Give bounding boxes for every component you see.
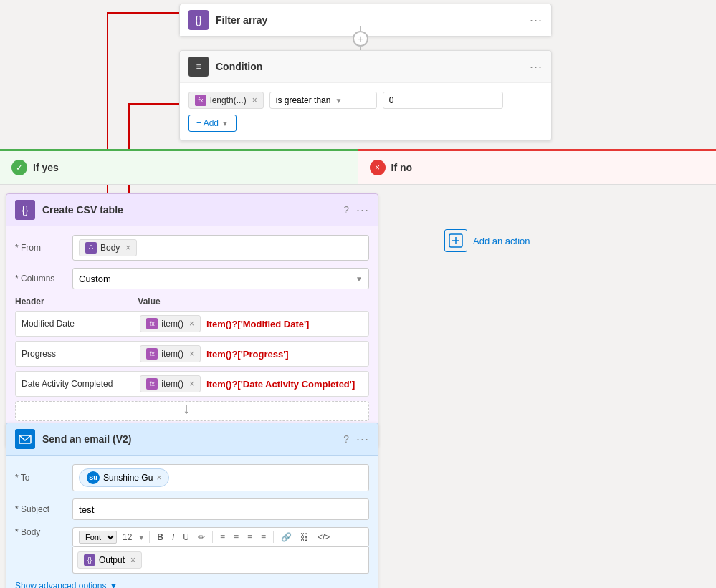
row2-header: Progress	[22, 349, 133, 359]
output-chip-label: Output	[99, 555, 125, 565]
row3-value: fx item() × item()?['Date Activity Compl…	[140, 375, 363, 392]
columns-label: * Columns	[15, 274, 65, 284]
send-email-title: Send an email (V2)	[42, 433, 336, 445]
to-field: Su Sunshine Gu ×	[72, 464, 369, 491]
if-yes-icon: ✓	[11, 160, 27, 175]
row1-annotation: item()?['Modified Date']	[206, 319, 309, 329]
body-chip-icon: {}	[85, 242, 97, 254]
condition-value-input[interactable]	[383, 92, 503, 109]
from-field: {} Body ×	[72, 235, 369, 261]
add-action-icon	[444, 229, 467, 252]
filter-array-menu[interactable]: ···	[530, 13, 543, 28]
row3-header: Date Activity Completed	[22, 379, 133, 389]
add-condition-button[interactable]: + Add ▼	[188, 115, 237, 132]
row2-value: fx item() × item()?['Progress']	[140, 345, 363, 362]
send-email-block: Send an email (V2) ? ··· * To Su Sunshin…	[6, 423, 378, 588]
separator3	[273, 531, 274, 543]
chain-button[interactable]: ⛓	[297, 531, 312, 544]
row3-chip-icon: fx	[146, 378, 158, 390]
row1-chip-icon: fx	[146, 318, 158, 329]
send-email-help[interactable]: ?	[343, 433, 349, 445]
row3-annotation: item()?['Date Activity Completed']	[206, 379, 355, 390]
show-options-chevron: ▼	[109, 581, 118, 588]
subject-label: * Subject	[15, 504, 65, 514]
length-chip-close[interactable]: ×	[252, 95, 257, 105]
filter-array-icon: {}	[188, 10, 209, 30]
row2-chip[interactable]: fx item() ×	[140, 345, 201, 362]
row3-chip[interactable]: fx item() ×	[140, 375, 201, 392]
code-button[interactable]: </>	[315, 531, 333, 544]
to-label: * To	[15, 473, 65, 483]
add-action-label: Add an action	[473, 236, 530, 246]
show-options-link[interactable]: Show advanced options ▼	[15, 581, 369, 588]
if-row: ✓ If yes × If no	[0, 149, 716, 185]
output-chip-icon: {}	[84, 554, 95, 566]
to-close[interactable]: ×	[156, 473, 161, 483]
if-no-label: If no	[391, 162, 413, 173]
font-size-select[interactable]: 12	[120, 531, 135, 544]
to-chip[interactable]: Su Sunshine Gu ×	[79, 468, 169, 487]
length-chip[interactable]: fx length(...) ×	[188, 92, 264, 109]
body-chip-close[interactable]: ×	[125, 243, 130, 253]
send-email-icon	[15, 429, 35, 449]
from-label: * From	[15, 243, 65, 253]
value-col-label: Value	[138, 297, 369, 307]
add-condition-label: + Add	[196, 118, 219, 128]
row2-chip-close[interactable]: ×	[189, 349, 194, 359]
create-csv-block: {} Create CSV table ? ··· * From {} Body…	[6, 193, 378, 448]
body-label: * Body	[15, 527, 65, 537]
bold-button[interactable]: B	[154, 531, 166, 544]
table-row: Progress fx item() × item()?['Progress']	[15, 341, 369, 367]
columns-dropdown[interactable]: Custom ▼	[72, 268, 369, 289]
create-csv-icon: {}	[15, 200, 35, 220]
body-toolbar: Font 12 ▼ B I U ✏ ≡ ≡ ≡ ≡	[72, 527, 369, 547]
to-avatar: Su	[87, 471, 100, 484]
separator1	[149, 531, 150, 543]
add-step-button[interactable]: +	[353, 31, 368, 47]
row2-chip-icon: fx	[146, 348, 158, 360]
row3-chip-close[interactable]: ×	[189, 379, 194, 389]
subject-input[interactable]	[72, 498, 369, 520]
show-options-label: Show advanced options	[15, 581, 106, 588]
operator-chevron: ▼	[335, 97, 342, 105]
create-csv-menu[interactable]: ···	[356, 203, 369, 218]
if-yes-label: If yes	[33, 162, 59, 173]
if-no-icon: ×	[370, 160, 386, 175]
table-row: Date Activity Completed fx item() × item…	[15, 371, 369, 397]
align-center-button[interactable]: ≡	[258, 531, 269, 544]
underline-button[interactable]: U	[180, 531, 192, 544]
body-chip[interactable]: {} Body ×	[79, 239, 137, 256]
font-size-dropdown[interactable]: ▼	[138, 534, 145, 541]
condition-title: Condition	[216, 61, 522, 72]
align-left-button[interactable]: ≡	[244, 531, 255, 544]
add-action-button[interactable]: Add an action	[444, 229, 530, 252]
body-editor[interactable]: {} Output ×	[72, 547, 369, 574]
length-chip-label: length(...)	[210, 95, 247, 105]
row1-chip[interactable]: fx item() ×	[140, 315, 201, 332]
body-chip-label: Body	[100, 243, 120, 253]
to-name: Sunshine Gu	[103, 473, 153, 483]
create-csv-title: Create CSV table	[42, 204, 336, 216]
operator-select[interactable]: is greater than ▼	[269, 92, 377, 109]
brush-button[interactable]: ✏	[195, 531, 208, 544]
add-chevron: ▼	[221, 120, 229, 127]
send-email-menu[interactable]: ···	[356, 432, 369, 447]
columns-chevron: ▼	[355, 275, 363, 283]
link-button[interactable]: 🔗	[278, 531, 295, 544]
table-row: Modified Date fx item() × item()?['Modif…	[15, 311, 369, 337]
list-unordered-button[interactable]: ≡	[217, 531, 228, 544]
operator-value: is greater than	[276, 95, 331, 105]
condition-icon: ≡	[188, 57, 209, 77]
create-csv-help[interactable]: ?	[343, 204, 349, 216]
output-chip[interactable]: {} Output ×	[77, 551, 142, 569]
condition-block: ≡ Condition ··· fx length(...) × is grea…	[179, 50, 552, 141]
header-col-label: Header	[15, 297, 130, 307]
italic-button[interactable]: I	[169, 531, 177, 544]
filter-array-title: Filter array	[216, 14, 522, 26]
row1-chip-close[interactable]: ×	[189, 319, 194, 329]
list-ordered-button[interactable]: ≡	[231, 531, 242, 544]
output-chip-close[interactable]: ×	[130, 555, 135, 565]
font-select[interactable]: Font	[79, 531, 117, 544]
columns-value: Custom	[79, 274, 111, 284]
condition-menu[interactable]: ···	[530, 59, 543, 74]
